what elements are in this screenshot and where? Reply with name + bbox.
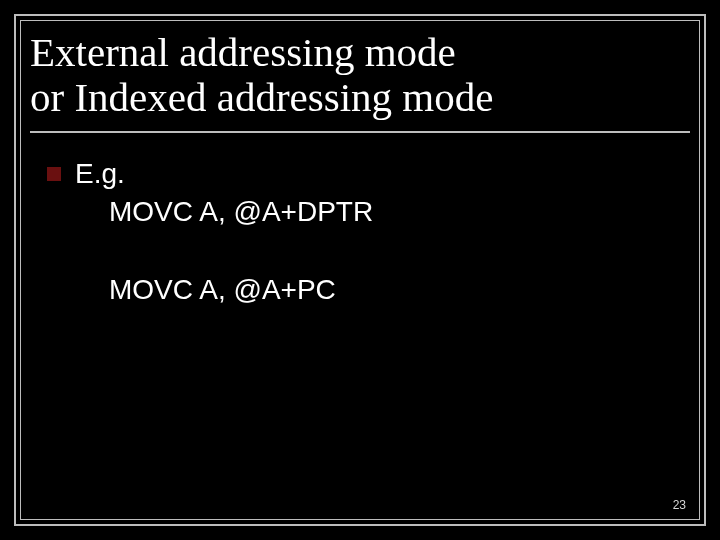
bullet-label: E.g. [75,155,125,193]
slide: External addressing mode or Indexed addr… [0,0,720,540]
title-line-1: External addressing mode [30,29,456,75]
bullet-item: E.g. [47,155,680,193]
slide-title: External addressing mode or Indexed addr… [30,30,690,130]
title-underline [30,131,690,133]
title-line-2: or Indexed addressing mode [30,74,493,120]
bullet-icon [47,167,61,181]
code-line-2: MOVC A, @A+PC [109,271,680,309]
page-number: 23 [673,498,686,512]
spacer [47,231,680,271]
slide-body: E.g. MOVC A, @A+DPTR MOVC A, @A+PC [47,155,680,308]
code-line-1: MOVC A, @A+DPTR [109,193,680,231]
